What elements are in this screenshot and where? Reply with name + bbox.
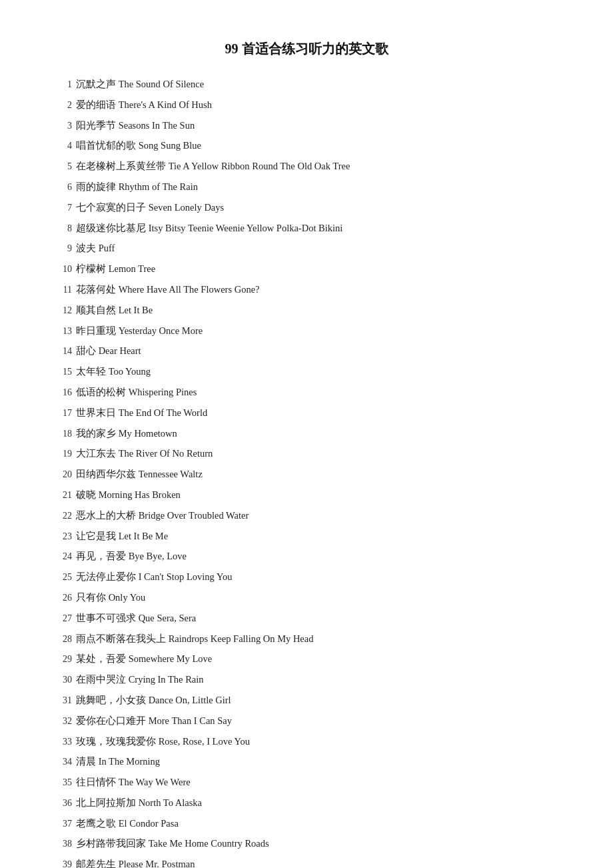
song-number: 11 [53,282,72,298]
list-item: 5在老橡树上系黄丝带 Tie A Yellow Ribbon Round The… [53,156,560,177]
list-item: 9波夫 Puff [53,238,560,259]
song-number: 14 [53,343,72,359]
list-item: 24再见，吾爱 Bye Bye, Love [53,546,560,567]
list-item: 39邮差先生 Please Mr. Postman [53,854,560,868]
song-number: 29 [53,651,72,667]
list-item: 1沉默之声 The Sound Of Silence [53,74,560,95]
song-list: 1沉默之声 The Sound Of Silence2爱的细语 There's … [53,74,560,868]
list-item: 37老鹰之歌 El Condor Pasa [53,813,560,834]
song-number: 36 [53,795,72,811]
list-item: 10柠檬树 Lemon Tree [53,259,560,279]
song-number: 33 [53,734,72,750]
song-number: 12 [53,303,72,319]
list-item: 26只有你 Only You [53,587,560,608]
song-text: 大江东去 The River Of No Return [76,445,213,462]
song-number: 2 [53,97,72,113]
list-item: 6雨的旋律 Rhythm of The Rain [53,177,560,197]
song-number: 26 [53,590,72,606]
song-text: 昨日重现 Yesterday Once More [76,323,203,339]
song-text: 只有你 Only You [76,589,145,606]
song-number: 8 [53,221,72,237]
song-number: 16 [53,385,72,401]
song-text: 低语的松树 Whispering Pines [76,384,197,401]
song-number: 7 [53,200,72,216]
song-text: 破晓 Morning Has Broken [76,487,181,503]
song-text: 顺其自然 Let It Be [76,302,153,319]
list-item: 22恶水上的大桥 Bridge Over Troubled Water [53,505,560,526]
list-item: 27世事不可强求 Que Sera, Sera [53,608,560,629]
song-text: 让它是我 Let It Be Me [76,528,168,545]
song-text: 柠檬树 Lemon Tree [76,261,155,277]
song-number: 4 [53,138,72,154]
song-text: 在雨中哭泣 Crying In The Rain [76,671,204,688]
song-number: 25 [53,569,72,585]
song-text: 无法停止爱你 I Can't Stop Loving You [76,569,232,585]
song-text: 超级迷你比基尼 Itsy Bitsy Teenie Weenie Yellow … [76,220,342,237]
song-text: 某处，吾爱 Somewhere My Love [76,651,212,667]
song-number: 38 [53,836,72,852]
song-text: 甜心 Dear Heart [76,343,141,359]
list-item: 23让它是我 Let It Be Me [53,526,560,547]
song-text: 七个寂寞的日子 Seven Lonely Days [76,199,224,216]
song-number: 27 [53,611,72,627]
page-title: 99 首适合练习听力的英文歌 [53,40,560,58]
song-number: 3 [53,118,72,134]
song-number: 21 [53,487,72,503]
song-text: 乡村路带我回家 Take Me Home Country Roads [76,835,269,852]
list-item: 30在雨中哭泣 Crying In The Rain [53,669,560,690]
list-item: 21破晓 Morning Has Broken [53,485,560,505]
list-item: 14甜心 Dear Heart [53,341,560,361]
song-text: 邮差先生 Please Mr. Postman [76,856,195,868]
list-item: 8超级迷你比基尼 Itsy Bitsy Teenie Weenie Yellow… [53,218,560,239]
list-item: 13昨日重现 Yesterday Once More [53,321,560,341]
song-text: 北上阿拉斯加 North To Alaska [76,795,202,811]
song-text: 沉默之声 The Sound Of Silence [76,76,204,93]
song-text: 爱你在心口难开 More Than I Can Say [76,713,232,729]
song-number: 39 [53,857,72,868]
song-text: 爱的细语 There's A Kind Of Hush [76,97,212,113]
list-item: 7七个寂寞的日子 Seven Lonely Days [53,197,560,218]
song-number: 15 [53,364,72,380]
song-number: 22 [53,508,72,524]
song-number: 30 [53,672,72,688]
list-item: 33玫瑰，玫瑰我爱你 Rose, Rose, I Love You [53,731,560,752]
song-number: 28 [53,631,72,647]
list-item: 4唱首忧郁的歌 Song Sung Blue [53,135,560,156]
song-text: 往日情怀 The Way We Were [76,774,191,791]
list-item: 35往日情怀 The Way We Were [53,772,560,793]
song-number: 18 [53,426,72,442]
list-item: 34清晨 In The Morning [53,751,560,772]
song-text: 世事不可强求 Que Sera, Sera [76,610,196,627]
list-item: 16低语的松树 Whispering Pines [53,382,560,403]
song-text: 田纳西华尔兹 Tennessee Waltz [76,466,203,483]
list-item: 3阳光季节 Seasons In The Sun [53,115,560,136]
song-text: 太年轻 Too Young [76,363,151,380]
song-number: 31 [53,693,72,709]
song-text: 再见，吾爱 Bye Bye, Love [76,548,187,565]
song-number: 32 [53,713,72,729]
song-text: 玫瑰，玫瑰我爱你 Rose, Rose, I Love You [76,733,250,750]
list-item: 19大江东去 The River Of No Return [53,443,560,464]
song-number: 17 [53,405,72,421]
list-item: 17世界末日 The End Of The World [53,403,560,423]
list-item: 20田纳西华尔兹 Tennessee Waltz [53,464,560,485]
list-item: 38乡村路带我回家 Take Me Home Country Roads [53,833,560,854]
song-number: 34 [53,754,72,770]
song-number: 24 [53,549,72,565]
list-item: 18我的家乡 My Hometown [53,423,560,444]
list-item: 11花落何处 Where Have All The Flowers Gone? [53,279,560,300]
song-text: 世界末日 The End Of The World [76,405,207,421]
list-item: 28雨点不断落在我头上 Raindrops Keep Falling On My… [53,629,560,649]
song-text: 唱首忧郁的歌 Song Sung Blue [76,137,201,154]
song-text: 雨点不断落在我头上 Raindrops Keep Falling On My H… [76,631,314,647]
song-number: 6 [53,179,72,195]
song-text: 在老橡树上系黄丝带 Tie A Yellow Ribbon Round The … [76,158,350,175]
song-text: 清晨 In The Morning [76,753,160,770]
list-item: 12顺其自然 Let It Be [53,300,560,321]
song-number: 23 [53,529,72,545]
song-number: 1 [53,77,72,93]
song-number: 20 [53,467,72,483]
list-item: 31跳舞吧，小女孩 Dance On, Little Girl [53,690,560,711]
list-item: 15太年轻 Too Young [53,361,560,382]
song-text: 波夫 Puff [76,240,115,257]
